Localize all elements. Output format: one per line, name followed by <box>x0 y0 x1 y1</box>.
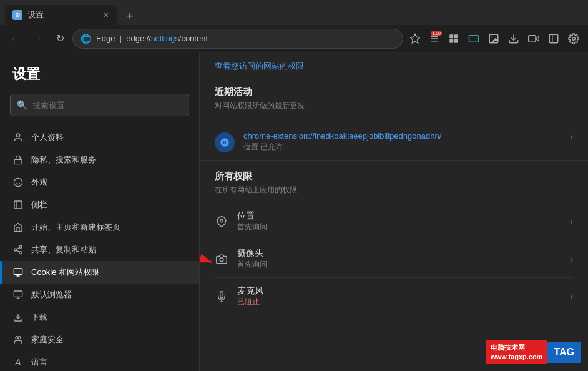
svg-rect-10 <box>549 34 558 43</box>
watermark-line1: 电脑技术网 <box>491 343 542 352</box>
svg-point-36 <box>220 219 223 222</box>
forward-button[interactable]: → <box>27 29 47 49</box>
svg-marker-8 <box>536 36 539 41</box>
edge-logo-icon: 🌐 <box>81 34 91 44</box>
microphone-icon <box>215 290 228 304</box>
sidebar-item-cookies[interactable]: Cookie 和网站权限 <box>0 261 199 284</box>
sidebar-label-share: 共享、复制和粘贴 <box>31 244 96 255</box>
main-panel: 查看您访问的网站的权限 近期活动 对网站权限所做的最新更改 chrome-ext… <box>200 52 588 371</box>
content-area: 设置 🔍 个人资料 隐私、搜索和服务 <box>0 52 588 371</box>
svg-point-22 <box>19 252 22 254</box>
address-text: Edge | edge://settings/content <box>96 34 395 43</box>
svg-point-20 <box>19 245 22 248</box>
location-name: 位置 <box>237 210 561 222</box>
sidebar-item-default-browser[interactable]: 默认浏览器 <box>0 284 199 306</box>
svg-rect-4 <box>469 35 479 42</box>
tab-close-button[interactable]: × <box>102 9 110 21</box>
svg-point-12 <box>572 37 576 40</box>
recent-activity-subtitle: 对网站权限所做的最新更改 <box>215 101 573 111</box>
camera-info: 摄像头 首先询问 <box>237 248 561 270</box>
sidebar-label-cookies: Cookie 和网站权限 <box>31 267 99 278</box>
tab-icon: ⚙ <box>12 10 22 20</box>
startpage-icon <box>12 222 24 233</box>
sidebar-item-appearance[interactable]: 外观 <box>0 171 199 194</box>
camera-permission-row[interactable]: 摄像头 首先询问 › <box>215 240 573 278</box>
svg-line-24 <box>17 247 20 249</box>
collections-icon[interactable] <box>444 29 463 48</box>
address-url-after: /content <box>179 34 208 43</box>
active-tab[interactable]: ⚙ 设置 × <box>5 5 117 25</box>
top-link[interactable]: 查看您访问的网站的权限 <box>215 61 304 71</box>
recent-permission-item[interactable]: chrome-extension://inedkoakiaeepjoblbiii… <box>200 124 588 161</box>
svg-line-38 <box>200 247 212 262</box>
svg-point-33 <box>18 337 21 339</box>
appearance-icon <box>12 177 24 188</box>
new-tab-button[interactable]: + <box>120 7 140 25</box>
recent-perm-details: chrome-extension://inedkoakiaeepjoblbiii… <box>243 131 561 152</box>
sidebar: 设置 🔍 个人资料 隐私、搜索和服务 <box>0 52 200 371</box>
family-icon <box>12 334 24 345</box>
share-icon <box>12 244 24 255</box>
watermark-blue: TAG <box>547 342 581 363</box>
settings-toolbar-icon[interactable] <box>564 29 583 48</box>
microphone-info: 麦克风 已阻止 <box>237 285 561 307</box>
favorites-icon[interactable] <box>406 29 424 48</box>
svg-point-15 <box>14 178 22 186</box>
sidebar-item-sidebar[interactable]: 侧栏 <box>0 194 199 216</box>
language-icon: A <box>12 357 24 368</box>
microphone-status: 已阻止 <box>237 297 561 307</box>
screenshot-icon[interactable] <box>544 29 563 48</box>
svg-point-13 <box>16 134 19 137</box>
wallet-icon[interactable] <box>464 29 483 48</box>
profile-icon <box>12 132 24 143</box>
extension-status: 位置 已允许 <box>243 142 561 152</box>
watermark: 电脑技术网 www.tagxp.com TAG <box>486 340 581 364</box>
sidebar-item-downloads[interactable]: 下载 <box>0 306 199 329</box>
search-icon: 🔍 <box>17 100 27 110</box>
extension-perm-icon <box>215 132 235 152</box>
all-perms-subtitle: 在所有网站上应用的权限 <box>215 185 573 195</box>
privacy-icon <box>12 154 24 166</box>
sidebar-label-downloads: 下载 <box>31 312 47 323</box>
sidebar-label-default: 默认浏览器 <box>31 289 72 300</box>
toolbar: ← → ↻ 🌐 Edge | edge://settings/content 1… <box>0 25 588 52</box>
refresh-button[interactable]: ↻ <box>50 29 70 49</box>
all-permissions-section: 所有权限 在所有网站上应用的权限 位置 首先询问 › <box>200 161 588 320</box>
sidebar-item-language[interactable]: A 语言 <box>0 351 199 371</box>
camera-status: 首先询问 <box>237 259 561 270</box>
extension-badge-icon[interactable]: 1.00 <box>426 30 443 47</box>
sidebar-label-family: 家庭安全 <box>31 334 64 345</box>
address-bar[interactable]: 🌐 Edge | edge://settings/content <box>72 29 403 49</box>
sidebar-label-profile: 个人资料 <box>31 132 64 143</box>
recent-activity-section: 近期活动 对网站权限所做的最新更改 <box>200 76 588 124</box>
sidebar-item-profile[interactable]: 个人资料 <box>0 126 199 149</box>
svg-rect-3 <box>454 39 458 42</box>
downloads-toolbar-icon[interactable] <box>504 29 523 48</box>
sidebar-label-language: 语言 <box>31 357 47 368</box>
location-icon <box>215 215 228 229</box>
watermark-red: 电脑技术网 www.tagxp.com <box>486 340 547 364</box>
default-browser-icon <box>12 289 24 300</box>
svg-rect-18 <box>14 201 22 209</box>
search-box[interactable]: 🔍 <box>10 94 189 116</box>
sidebar-item-share[interactable]: 共享、复制和粘贴 <box>0 239 199 261</box>
sidebar-item-family[interactable]: 家庭安全 <box>0 329 199 351</box>
cookies-icon <box>12 267 24 278</box>
tab-bar: ⚙ 设置 × + <box>0 0 588 25</box>
microphone-arrow: › <box>570 291 573 302</box>
sidebar-item-privacy[interactable]: 隐私、搜索和服务 <box>0 149 199 171</box>
sidebar-label-privacy: 隐私、搜索和服务 <box>31 154 96 166</box>
location-info: 位置 首先询问 <box>237 210 561 232</box>
video-icon[interactable] <box>524 29 543 48</box>
img-icon[interactable] <box>484 29 503 48</box>
sidebar-item-startpage[interactable]: 开始、主页和新建标签页 <box>0 216 199 239</box>
back-button[interactable]: ← <box>5 29 25 49</box>
perm-arrow-right: › <box>570 131 573 142</box>
microphone-permission-row[interactable]: 麦克风 已阻止 › <box>215 278 573 315</box>
search-input[interactable] <box>32 101 182 110</box>
sidebar-label-sidebar: 侧栏 <box>31 199 47 210</box>
address-prefix: Edge <box>96 34 115 43</box>
location-permission-row[interactable]: 位置 首先询问 › <box>215 203 573 240</box>
recent-activity-title: 近期活动 <box>215 86 573 98</box>
svg-rect-25 <box>14 269 22 274</box>
